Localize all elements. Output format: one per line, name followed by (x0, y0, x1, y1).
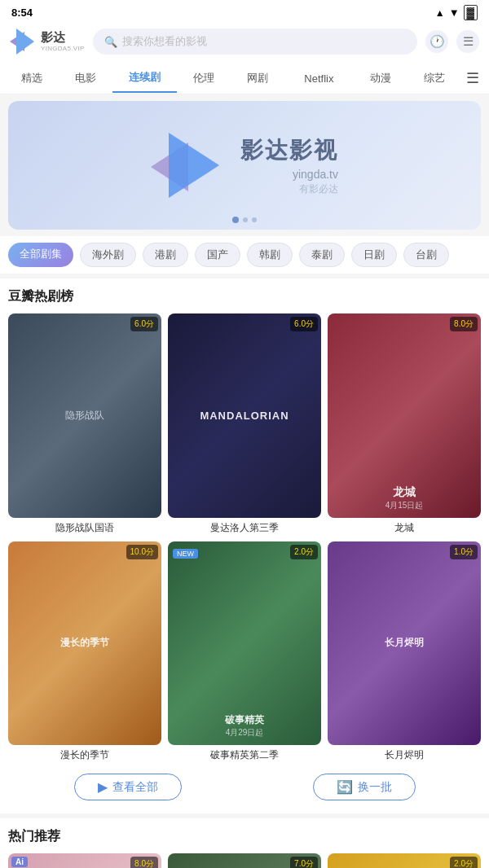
banner-dots (232, 217, 257, 223)
movie-title-1: 隐形战队国语 (8, 521, 161, 535)
refresh-btn[interactable]: 🔄 换一批 (313, 774, 416, 800)
tab-zongyi[interactable]: 综艺 (408, 68, 461, 92)
dot-3 (252, 217, 257, 222)
filter-chips: 全部剧集 海外剧 港剧 国产 韩剧 泰剧 日剧 台剧 (0, 236, 489, 274)
chip-overseas[interactable]: 海外剧 (80, 243, 136, 267)
view-all-label: 查看全部 (112, 780, 158, 795)
banner-text: 影达影视 yingda.tv 有影必达 (240, 135, 338, 196)
header-clock-icon[interactable]: 🕐 (425, 30, 448, 53)
tab-lunli[interactable]: 伦理 (177, 68, 231, 92)
tab-dongman[interactable]: 动漫 (354, 68, 408, 92)
movie-title-6: 长月烬明 (328, 748, 481, 762)
tab-dianying[interactable]: 电影 (59, 68, 112, 92)
logo-text-group: 影达 YINGDA5.VIP (41, 31, 85, 52)
movie-card-3[interactable]: 龙城 4月15日起 8.0分 龙城 (328, 313, 481, 535)
douban-movie-grid: 隐形战队 6.0分 隐形战队国语 MANDALORIAN 6.0分 曼达洛人第三… (8, 313, 481, 762)
banner-subtitle: yingda.tv (240, 168, 338, 181)
dot-2 (243, 217, 248, 222)
action-row: ▶ 查看全部 🔄 换一批 (8, 762, 481, 804)
wifi-icon: ▼ (449, 7, 460, 19)
chip-th[interactable]: 泰剧 (299, 243, 345, 267)
status-bar: 8:54 ▲ ▼ ▓ (0, 0, 489, 24)
logo[interactable]: 影达 YINGDA5.VIP (10, 28, 85, 55)
douban-section-title: 豆瓣热剧榜 (8, 288, 481, 305)
hot-movie-card-2[interactable]: 爱上特种兵 7.0分 爱上特种兵 (168, 853, 321, 868)
chip-hk[interactable]: 港剧 (143, 243, 188, 267)
signal-icon: ▲ (435, 7, 445, 19)
refresh-icon: 🔄 (337, 779, 353, 795)
banner-content: 影达影视 yingda.tv 有影必达 (151, 133, 338, 198)
hot-movie-grid: 只是结婚的关系 Ai 8.0分 只是结婚的关系 爱上特种兵 7.0分 爱上特种兵… (8, 853, 481, 868)
dot-1 (232, 217, 239, 223)
hot-section-title: 热门推荐 (8, 828, 481, 845)
tab-netflix[interactable]: Netflix (284, 69, 354, 91)
movie-card-6[interactable]: 长月烬明 1.0分 长月烬明 (328, 541, 481, 763)
chip-jp[interactable]: 日剧 (351, 243, 397, 267)
banner-tagline: 有影必达 (240, 182, 338, 196)
hot-movie-card-1[interactable]: 只是结婚的关系 Ai 8.0分 只是结婚的关系 (8, 853, 161, 868)
hot-score-2: 7.0分 (290, 857, 318, 868)
search-icon: 🔍 (104, 36, 117, 48)
movie-score-6: 1.0分 (450, 545, 478, 559)
play-circle-icon: ▶ (98, 779, 108, 795)
movie-title-3: 龙城 (328, 521, 481, 535)
chip-cn[interactable]: 国产 (195, 243, 240, 267)
banner: 影达影视 yingda.tv 有影必达 (8, 101, 481, 230)
app-name: 影达 (41, 31, 85, 45)
movie-title-4: 漫长的季节 (8, 748, 161, 762)
app-sub: YINGDA5.VIP (41, 45, 85, 52)
search-bar[interactable]: 🔍 搜索你想看的影视 (93, 28, 417, 55)
banner-logo-shapes (151, 133, 224, 198)
nav-more-icon[interactable]: ☰ (461, 66, 484, 94)
status-icons: ▲ ▼ ▓ (435, 5, 478, 20)
view-all-btn[interactable]: ▶ 查看全部 (74, 774, 182, 800)
header-menu-icon[interactable]: ☰ (456, 30, 479, 53)
tab-wangju[interactable]: 网剧 (231, 68, 284, 92)
hot-movie-card-3[interactable]: 半是蜜糖半是伤 2.0分 半是蜜糖半是伤 (328, 853, 481, 868)
header: 影达 YINGDA5.VIP 🔍 搜索你想看的影视 🕐 ☰ (0, 24, 489, 61)
movie-score-2: 6.0分 (290, 317, 318, 331)
movie-title-2: 曼达洛人第三季 (168, 521, 321, 535)
tab-jingxuan[interactable]: 精选 (5, 68, 59, 92)
movie-card-4[interactable]: 漫长的季节 10.0分 漫长的季节 (8, 541, 161, 763)
banner-title: 影达影视 (240, 135, 338, 166)
status-time: 8:54 (11, 7, 33, 19)
hot-score-3: 2.0分 (450, 857, 478, 868)
nav-tabs: 精选 电影 连续剧 伦理 网剧 Netflix 动漫 综艺 ☰ (0, 61, 489, 94)
hot-score-1: 8.0分 (130, 857, 158, 868)
chip-tw[interactable]: 台剧 (403, 243, 449, 267)
battery-icon: ▓ (464, 5, 478, 20)
movie-score-3: 8.0分 (450, 317, 478, 331)
douban-section: 豆瓣热剧榜 隐形战队 6.0分 隐形战队国语 MANDALORIAN 6.0分 … (0, 278, 489, 813)
chip-all[interactable]: 全部剧集 (8, 243, 73, 267)
movie-card-1[interactable]: 隐形战队 6.0分 隐形战队国语 (8, 313, 161, 535)
movie-title-5: 破事精英第二季 (168, 748, 321, 762)
movie-score-5: 2.0分 (290, 545, 318, 559)
refresh-label: 换一批 (358, 780, 392, 795)
movie-card-5[interactable]: NEW 破事精英 4月29日起 2.0分 破事精英第二季 (168, 541, 321, 763)
hot-section: 热门推荐 只是结婚的关系 Ai 8.0分 只是结婚的关系 爱上特种兵 7.0分 … (0, 818, 489, 868)
movie-card-2[interactable]: MANDALORIAN 6.0分 曼达洛人第三季 (168, 313, 321, 535)
search-placeholder: 搜索你想看的影视 (122, 34, 207, 49)
movie-score-1: 6.0分 (130, 317, 158, 331)
movie-score-4: 10.0分 (126, 545, 158, 559)
tab-lianjuju[interactable]: 连续剧 (112, 67, 177, 93)
ai-badge: Ai (11, 857, 28, 867)
chip-kr[interactable]: 韩剧 (247, 243, 293, 267)
logo-icon (10, 28, 36, 55)
